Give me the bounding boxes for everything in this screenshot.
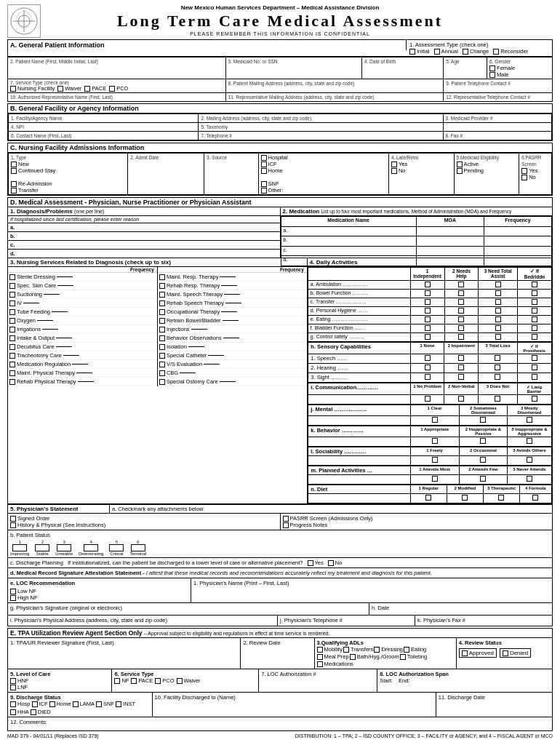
c-active[interactable]: Active: [457, 161, 517, 167]
ns-intake[interactable]: Intake & Output: [8, 334, 157, 343]
sig-label: g. Physician's Signature (original or el…: [10, 605, 367, 611]
e-home[interactable]: Home: [49, 701, 71, 707]
c-readmission[interactable]: Re-Admission: [11, 180, 125, 187]
assessment-change[interactable]: Change: [463, 48, 489, 55]
diet-header: n. Diet: [308, 485, 410, 494]
assessment-reconsider[interactable]: Reconsider: [493, 48, 528, 55]
section-a-label: A.: [10, 41, 19, 49]
e-approved[interactable]: Approved: [459, 648, 497, 658]
c-home[interactable]: Home: [261, 167, 386, 174]
e-toileting[interactable]: Toileting: [400, 653, 428, 660]
e-end-label: End:: [399, 677, 409, 684]
svc-waiver[interactable]: Waiver: [57, 85, 81, 92]
mental-header: j. Mental ………………: [308, 405, 410, 416]
physician-address-label: i. Physician's Physical Address (address…: [10, 617, 275, 624]
e-discharge-label: 9. Discharge Status: [10, 694, 150, 701]
e-medications[interactable]: Medications: [317, 661, 353, 667]
svc-nursing[interactable]: Nursing Facility: [10, 85, 55, 92]
ns-iv[interactable]: IV: [8, 299, 157, 308]
loc-low[interactable]: Low NF: [10, 588, 188, 594]
gender-female[interactable]: Female: [489, 65, 550, 71]
e-svc-pco[interactable]: PCO: [155, 677, 174, 684]
ns-oxygen[interactable]: Oxygen: [8, 316, 157, 325]
c-pending[interactable]: Pending: [457, 167, 517, 174]
e-svc-nf[interactable]: NF: [114, 677, 129, 684]
ns-tube[interactable]: Tube Feeding: [8, 308, 157, 316]
c-other[interactable]: Other:: [261, 187, 386, 194]
auth-rep-label: 10. Authorized Representative Name (Firs…: [10, 95, 113, 100]
ns-injections[interactable]: Injections: [158, 325, 307, 334]
d5-history[interactable]: History & Physical (See Instructions): [10, 522, 278, 528]
comm-header: i. Communication…………: [308, 383, 410, 395]
ns-decub[interactable]: Decubitus Care: [8, 343, 157, 351]
ns-skin[interactable]: Spec. Skin Care: [8, 282, 157, 290]
c-transfer[interactable]: Transfer: [11, 187, 125, 194]
c-pasrr-no[interactable]: No: [521, 174, 549, 180]
ns-rehab-pt[interactable]: Rehab Physical Therapy: [8, 378, 157, 386]
ns-maint-pt[interactable]: Maint. Physical Therapy: [8, 369, 157, 378]
c-pasrr-yes[interactable]: Yes: [521, 167, 549, 174]
d5-checkmark-note: a. Checkmark any attachments below:: [110, 505, 552, 513]
patient-status-label: b. Patient Status: [10, 532, 550, 538]
ns-maint-resp[interactable]: Maint. Resp. Therapy: [158, 273, 307, 282]
d5-progress[interactable]: Progress Notes: [283, 522, 551, 528]
ns-sterile[interactable]: Sterile Dressing: [8, 273, 157, 282]
ns-isolation[interactable]: Isolation: [158, 343, 307, 351]
ns-behav-obs[interactable]: Behavior Observations: [158, 334, 307, 343]
e-svc-waiver[interactable]: Waiver: [177, 677, 201, 684]
ns-medreg[interactable]: Medication Regulation: [8, 360, 157, 369]
ns-bowel[interactable]: Retrain Bowel/Bladder: [158, 316, 307, 325]
ns-vs[interactable]: V/S Evaluation: [158, 360, 307, 369]
ns-catheter[interactable]: Special Catheter: [158, 351, 307, 360]
e-lnf[interactable]: LNF: [10, 684, 109, 690]
e-denied[interactable]: Denied: [500, 648, 531, 658]
svc-pco[interactable]: PCO: [109, 85, 128, 92]
e-eating[interactable]: Eating: [404, 646, 426, 653]
e-mealpre[interactable]: Meal Prep: [317, 653, 349, 660]
e-bath[interactable]: Bath/Hyg./Groom: [350, 653, 399, 660]
b-mailing-label: 2. Mailing Address (address, city, state…: [201, 116, 311, 121]
svc-pace[interactable]: PACE: [84, 85, 106, 92]
discharge-no[interactable]: No: [328, 559, 343, 566]
ns-ot[interactable]: Occupational Therapy: [158, 308, 307, 316]
assessment-annual[interactable]: Annual: [434, 48, 458, 55]
d5-signed-order[interactable]: Signed Order: [10, 515, 278, 522]
ns-cbg[interactable]: CBG: [158, 369, 307, 378]
ns-ostomy[interactable]: Special Ostomy Care: [158, 378, 307, 386]
e-icf[interactable]: ICF: [32, 701, 48, 707]
freq-header-right: Frequency: [279, 267, 305, 272]
c-no[interactable]: No: [391, 167, 452, 174]
discharge-yes[interactable]: Yes: [308, 559, 324, 566]
loc-high[interactable]: High NF: [10, 594, 188, 601]
e-hosp[interactable]: Hosp: [10, 701, 31, 707]
e-lama[interactable]: LAMA: [73, 701, 95, 707]
assessment-initial[interactable]: Initial: [409, 48, 430, 55]
ns-rehab-resp[interactable]: Rehab Resp. Therapy: [158, 282, 307, 290]
ns-maint-speech[interactable]: Maint. Speech Therapy: [158, 290, 307, 299]
e-transfers[interactable]: Transfers: [343, 646, 373, 653]
c-hospital[interactable]: Hospital: [261, 154, 386, 161]
e-snf[interactable]: SNF: [96, 701, 114, 707]
e-died[interactable]: DIED: [31, 709, 51, 715]
c-new[interactable]: New: [11, 161, 125, 167]
ns-rehab-speech[interactable]: Rehab Speech Therapy: [158, 299, 307, 308]
e-hnf[interactable]: HNF: [10, 677, 109, 684]
c-yes[interactable]: Yes: [391, 161, 452, 167]
e-mobility[interactable]: Mobility: [317, 646, 343, 653]
c-snf[interactable]: SNF: [261, 180, 386, 187]
assessment-type-label: 1. Assessment Type (check one): [409, 41, 549, 48]
ns-trach[interactable]: Tracheotomy Care: [8, 351, 157, 360]
c-continued[interactable]: Continued Stay: [11, 167, 125, 174]
e-reviewer-sig-label: 1. TPA/UR Reviewer Signature (First, Las…: [10, 640, 238, 646]
ns-suction[interactable]: Suctioning: [8, 290, 157, 299]
d5-pasrr[interactable]: PASRR Screen (Admissions Only): [283, 515, 551, 522]
e-svc-pace[interactable]: PACE: [131, 677, 153, 684]
ns-irrig[interactable]: Irrigations: [8, 325, 157, 334]
e-inst[interactable]: INST: [116, 701, 135, 707]
gender-male[interactable]: Male: [489, 71, 550, 78]
e-dressing[interactable]: Dressing: [374, 646, 403, 653]
facility-label: 1. Facility/Agency Name: [11, 116, 62, 121]
e-hha[interactable]: HHA: [10, 709, 29, 715]
c-icf[interactable]: ICF: [261, 161, 386, 167]
med-c-name: c.: [281, 246, 416, 256]
